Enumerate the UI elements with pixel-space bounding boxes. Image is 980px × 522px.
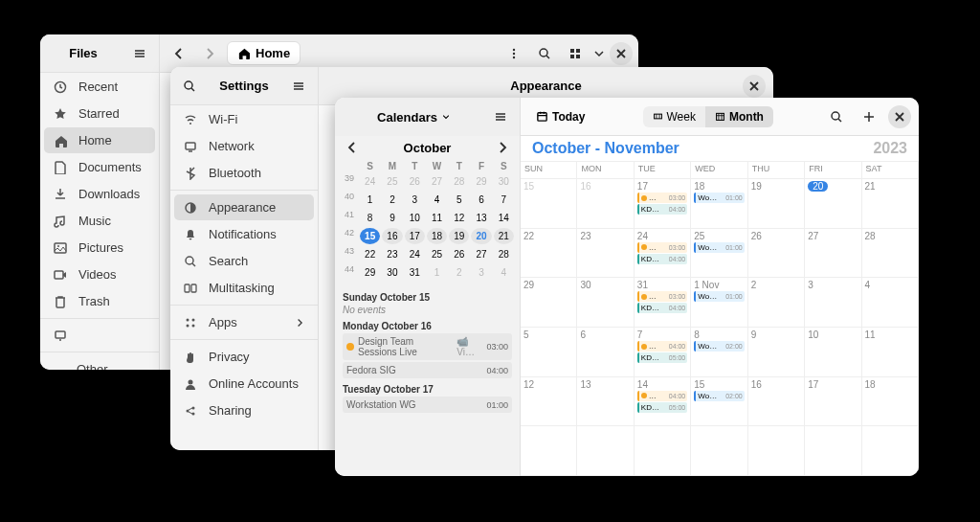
mini-day[interactable]: 4 bbox=[494, 264, 514, 281]
calendar-event[interactable]: Wo…01:00 bbox=[694, 242, 744, 253]
day-cell[interactable]: 2 bbox=[748, 278, 805, 328]
search-button[interactable] bbox=[823, 103, 850, 130]
mini-day[interactable]: 25 bbox=[427, 246, 447, 262]
mini-day[interactable]: 22 bbox=[360, 246, 380, 262]
mini-day[interactable]: 27 bbox=[427, 173, 447, 190]
sidebar-item-disk[interactable] bbox=[44, 323, 155, 348]
day-cell[interactable]: 6 bbox=[577, 328, 634, 377]
mini-day[interactable]: 20 bbox=[471, 228, 491, 244]
mini-day[interactable]: 17 bbox=[405, 228, 425, 244]
mini-day[interactable]: 29 bbox=[360, 264, 380, 281]
sidebar-item-home[interactable]: Home bbox=[44, 127, 155, 153]
mini-day[interactable]: 9 bbox=[382, 210, 402, 226]
sidebar-item-sharing[interactable]: Sharing bbox=[174, 397, 314, 423]
sidebar-item-pictures[interactable]: Pictures bbox=[44, 235, 155, 261]
mini-day[interactable]: 26 bbox=[449, 246, 469, 262]
calendar-event[interactable]: …04:00 bbox=[637, 341, 687, 352]
add-event-button[interactable] bbox=[856, 103, 882, 130]
day-cell[interactable]: 27 bbox=[805, 229, 861, 279]
mini-day[interactable]: 8 bbox=[360, 210, 380, 226]
view-month-button[interactable]: Month bbox=[705, 106, 773, 127]
forward-button[interactable] bbox=[196, 40, 223, 67]
sidebar-item-appearance[interactable]: Appearance bbox=[174, 194, 314, 220]
mini-calendar[interactable]: SMTWTFS392425262728293040123456741891011… bbox=[335, 159, 520, 283]
day-cell[interactable]: 5 bbox=[521, 328, 577, 377]
today-button[interactable]: Today bbox=[528, 107, 592, 126]
day-cell[interactable]: 14…04:00KD…05:00 bbox=[635, 377, 691, 427]
mini-day[interactable]: 7 bbox=[494, 192, 514, 208]
sidebar-item-multitasking[interactable]: Multitasking bbox=[174, 275, 314, 301]
day-cell[interactable]: 4 bbox=[862, 278, 919, 328]
day-cell[interactable] bbox=[748, 426, 805, 476]
mini-day[interactable]: 28 bbox=[449, 173, 469, 190]
close-button[interactable] bbox=[743, 75, 766, 98]
calendar-event[interactable]: …03:00 bbox=[637, 193, 687, 203]
mini-day[interactable]: 13 bbox=[471, 210, 491, 226]
day-cell[interactable]: 1 NovWo…01:00 bbox=[691, 278, 747, 328]
calendar-event[interactable]: KD…05:00 bbox=[637, 352, 687, 363]
agenda-event[interactable]: Workstation WG01:00 bbox=[343, 397, 512, 413]
day-cell[interactable]: 9 bbox=[748, 328, 805, 377]
sidebar-item-privacy[interactable]: Privacy bbox=[174, 344, 314, 370]
agenda-event[interactable]: Fedora SIG04:00 bbox=[343, 362, 512, 378]
sidebar-item-notifications[interactable]: Notifications bbox=[174, 221, 314, 247]
mini-day[interactable]: 27 bbox=[471, 246, 491, 262]
mini-day[interactable]: 11 bbox=[427, 210, 447, 226]
mini-day[interactable]: 1 bbox=[427, 264, 447, 281]
mini-day[interactable]: 31 bbox=[405, 264, 425, 281]
day-cell[interactable]: 28 bbox=[862, 229, 919, 279]
next-month-button[interactable] bbox=[495, 140, 510, 155]
mini-day[interactable]: 5 bbox=[449, 192, 469, 208]
sidebar-item-network[interactable]: Network bbox=[174, 133, 314, 159]
day-cell[interactable]: 23 bbox=[577, 229, 634, 279]
mini-day[interactable]: 3 bbox=[471, 264, 491, 281]
day-cell[interactable]: 25Wo…01:00 bbox=[691, 229, 747, 279]
mini-day[interactable]: 19 bbox=[449, 228, 469, 244]
mini-day[interactable]: 29 bbox=[471, 173, 491, 190]
mini-day[interactable]: 25 bbox=[382, 173, 402, 190]
day-cell[interactable] bbox=[635, 426, 691, 476]
path-bar[interactable]: Home bbox=[227, 41, 301, 65]
sidebar-item-music[interactable]: Music bbox=[44, 208, 155, 234]
day-cell[interactable]: 26 bbox=[748, 229, 805, 279]
day-cell[interactable]: 3 bbox=[805, 278, 861, 328]
hamburger-icon[interactable] bbox=[126, 40, 153, 67]
calendar-event[interactable]: KD…04:00 bbox=[637, 303, 687, 313]
calendar-event[interactable]: Wo…01:00 bbox=[694, 291, 744, 302]
calendar-event[interactable]: KD…04:00 bbox=[637, 204, 687, 215]
calendar-event[interactable]: Wo…02:00 bbox=[694, 341, 744, 352]
sidebar-item-starred[interactable]: Starred bbox=[44, 101, 155, 126]
day-cell[interactable]: 22 bbox=[521, 229, 577, 279]
mini-day[interactable]: 23 bbox=[382, 246, 402, 262]
sidebar-item-trash[interactable]: Trash bbox=[44, 288, 155, 314]
mini-day[interactable]: 28 bbox=[494, 246, 514, 262]
sidebar-item-online-accounts[interactable]: Online Accounts bbox=[174, 371, 314, 397]
month-grid[interactable]: SUNMONTUEWEDTHUFRISAT151617…03:00KD…04:0… bbox=[521, 161, 919, 476]
day-cell[interactable]: 18Wo…01:00 bbox=[691, 179, 747, 229]
hamburger-icon[interactable] bbox=[487, 103, 514, 130]
mini-day[interactable]: 6 bbox=[471, 192, 491, 208]
day-cell[interactable]: 10 bbox=[805, 328, 861, 377]
sidebar-item-recent[interactable]: Recent bbox=[44, 74, 155, 100]
view-grid-button[interactable] bbox=[562, 40, 589, 67]
mini-day[interactable]: 15 bbox=[360, 228, 380, 244]
search-button[interactable] bbox=[531, 40, 558, 67]
mini-day[interactable]: 12 bbox=[449, 210, 469, 226]
day-cell[interactable]: 29 bbox=[521, 278, 577, 328]
mini-day[interactable]: 24 bbox=[405, 246, 425, 262]
mini-day[interactable]: 2 bbox=[449, 264, 469, 281]
mini-day[interactable]: 2 bbox=[382, 192, 402, 208]
day-cell[interactable]: 21 bbox=[862, 179, 919, 229]
sidebar-item-search[interactable]: Search bbox=[174, 248, 314, 274]
mini-day[interactable]: 16 bbox=[382, 228, 402, 244]
agenda-event[interactable]: Design Team Sessions Live📹 Vi…03:00 bbox=[343, 333, 512, 360]
day-cell[interactable] bbox=[805, 426, 861, 476]
sidebar-item-other-locations[interactable]: Other Locations bbox=[44, 356, 155, 370]
day-cell[interactable]: 7…04:00KD…05:00 bbox=[635, 328, 691, 377]
day-cell[interactable]: 16 bbox=[748, 377, 805, 427]
day-cell[interactable] bbox=[521, 426, 577, 476]
day-cell[interactable]: 18 bbox=[862, 377, 919, 427]
calendar-event[interactable]: KD…04:00 bbox=[637, 254, 687, 264]
day-cell[interactable]: 8Wo…02:00 bbox=[691, 328, 747, 377]
calendar-event[interactable]: KD…05:00 bbox=[637, 402, 687, 413]
